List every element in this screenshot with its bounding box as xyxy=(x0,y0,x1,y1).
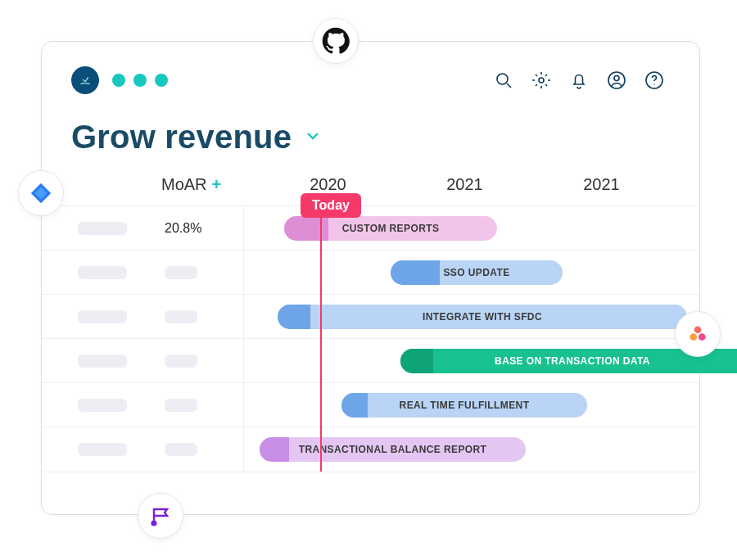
gantt-bar-label: SSO UPDATE xyxy=(443,267,509,278)
row-moar-skeleton xyxy=(165,355,197,368)
gantt-bar-label: BASE ON TRANSACTION DATA xyxy=(495,355,650,367)
dot xyxy=(133,74,147,87)
workspace-dots[interactable] xyxy=(112,74,168,87)
gantt-bar-progress xyxy=(278,305,310,329)
asana-icon xyxy=(675,311,721,357)
year-header: 2021 xyxy=(533,175,670,194)
svg-point-3 xyxy=(699,333,706,341)
add-column-button[interactable]: + xyxy=(212,175,222,194)
row-moar-cell xyxy=(165,355,243,368)
dot xyxy=(155,74,168,87)
row-name-cell xyxy=(42,266,165,279)
gantt-bar-progress xyxy=(391,260,440,285)
year-header: 2020 xyxy=(260,175,396,194)
svg-point-11 xyxy=(653,84,654,84)
gantt-bar[interactable]: INTEGRATE WITH SFDC xyxy=(278,305,687,329)
year-header: 2021 xyxy=(396,175,533,194)
svg-point-0 xyxy=(152,522,156,526)
row-name-skeleton xyxy=(78,399,127,412)
row-name-skeleton xyxy=(78,443,127,456)
row-name-skeleton xyxy=(78,355,127,368)
today-badge: Today xyxy=(301,193,361,218)
roadmap-row: SSO UPDATE xyxy=(42,251,699,295)
row-name-cell xyxy=(42,355,165,368)
gantt-bar[interactable]: CUSTOM REPORTS xyxy=(284,216,497,241)
row-moar-cell xyxy=(165,310,243,323)
svg-point-2 xyxy=(690,333,697,341)
jira-icon xyxy=(18,170,64,216)
github-icon xyxy=(313,18,359,64)
app-logo[interactable] xyxy=(71,66,99,94)
roadmap-row: BASE ON TRANSACTION DATA xyxy=(42,339,699,383)
gantt-bar-label: INTEGRATE WITH SFDC xyxy=(423,311,542,323)
row-moar-skeleton xyxy=(165,310,197,323)
roadmap-row: TRANSACTIONAL BALANCE REPORT xyxy=(42,427,699,472)
svg-point-5 xyxy=(497,74,508,84)
gantt-bar-label: CUSTOM REPORTS xyxy=(342,223,440,234)
row-moar-cell: 20.8% xyxy=(165,221,243,236)
gear-icon[interactable] xyxy=(531,70,552,91)
svg-line-6 xyxy=(507,84,511,88)
gantt-bar-progress xyxy=(400,349,433,373)
gantt-bar[interactable]: REAL TIME FULFILLMENT xyxy=(341,393,587,418)
help-icon[interactable] xyxy=(644,70,665,91)
row-moar-cell xyxy=(165,266,243,279)
row-name-skeleton xyxy=(78,266,127,279)
gantt-cell: INTEGRATE WITH SFDC xyxy=(243,295,699,338)
bell-icon[interactable] xyxy=(568,70,590,91)
gantt-cell: SSO UPDATE xyxy=(243,251,699,294)
gantt-cell: BASE ON TRANSACTION DATA xyxy=(243,339,699,382)
roadmap-row: REAL TIME FULFILLMENT xyxy=(42,383,699,427)
topbar xyxy=(71,66,670,94)
row-name-cell xyxy=(42,310,165,323)
svg-point-1 xyxy=(694,326,702,333)
row-name-cell xyxy=(42,399,165,412)
gantt-bar-label: REAL TIME FULFILLMENT xyxy=(400,400,530,411)
roadmap-row: INTEGRATE WITH SFDC xyxy=(42,295,699,339)
row-name-skeleton xyxy=(78,310,127,323)
moar-label: MoAR xyxy=(161,175,207,194)
gantt-cell: TRANSACTIONAL BALANCE REPORT xyxy=(243,427,699,472)
row-moar-skeleton xyxy=(165,399,197,412)
roadmap-row: 20.8%CUSTOM REPORTS xyxy=(42,206,699,251)
row-name-cell xyxy=(42,222,165,235)
svg-point-9 xyxy=(614,76,619,81)
moar-column-header: MoAR + xyxy=(161,175,260,194)
page-title[interactable]: Grow revenue xyxy=(71,119,292,156)
gantt-cell: REAL TIME FULFILLMENT xyxy=(243,383,699,427)
row-moar-skeleton xyxy=(165,266,197,279)
dot xyxy=(112,74,125,87)
gantt-bar-progress xyxy=(284,216,328,241)
gantt-bar[interactable]: SSO UPDATE xyxy=(391,260,563,285)
columns-header: MoAR + 2020 2021 2021 xyxy=(71,175,670,194)
chevron-down-icon[interactable] xyxy=(303,126,323,149)
flag-icon xyxy=(138,493,183,539)
user-icon[interactable] xyxy=(606,70,627,91)
svg-point-4 xyxy=(78,73,93,88)
row-moar-cell xyxy=(165,399,243,412)
svg-point-7 xyxy=(539,78,544,83)
gantt-bar-label: TRANSACTIONAL BALANCE REPORT xyxy=(299,444,487,455)
row-moar-skeleton xyxy=(165,443,197,456)
app-window: Grow revenue MoAR + 2020 2021 2021 Today… xyxy=(41,41,700,515)
gantt-bar-progress xyxy=(341,393,368,418)
moar-value: 20.8% xyxy=(165,221,201,236)
row-name-cell xyxy=(42,443,165,456)
roadmap-grid: Today 20.8%CUSTOM REPORTSSSO UPDATEINTEG… xyxy=(42,205,699,472)
gantt-bar[interactable]: TRANSACTIONAL BALANCE REPORT xyxy=(260,437,526,462)
row-moar-cell xyxy=(165,443,243,456)
search-icon[interactable] xyxy=(493,70,514,91)
gantt-bar-progress xyxy=(260,437,289,462)
row-name-skeleton xyxy=(78,222,127,235)
